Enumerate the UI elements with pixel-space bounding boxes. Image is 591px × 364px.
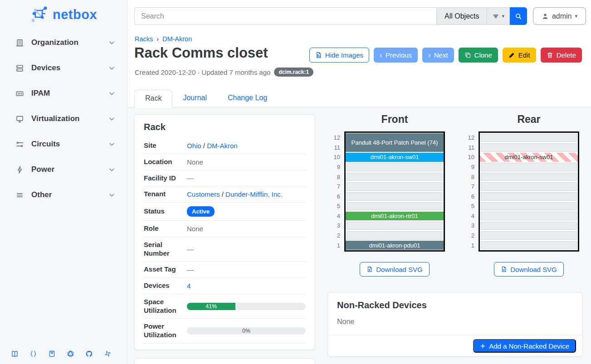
rack-slot-u4[interactable] [481,212,577,220]
rack-slot-u11[interactable] [481,143,577,152]
link-dunder-mifflin-inc[interactable]: Dunder-Mifflin, Inc. [225,190,283,198]
rack-slot-u3[interactable] [347,222,443,230]
rack-slot-u2[interactable] [347,231,443,240]
rack-info-rows: SiteOhio / DM-AkronLocationNoneFacility … [144,138,306,344]
info-label: Facility ID [144,174,187,183]
footer-slack-link[interactable] [104,350,112,358]
rear-download-svg-button[interactable]: Download SVG [494,262,564,277]
rack-slot-u1[interactable] [481,241,577,250]
add-non-racked-device-button[interactable]: Add a Non-Racked Device [473,339,576,353]
rack-device-panduit-48-port-patch-panel-74[interactable]: Panduit 48-Port Patch Panel (74) [346,133,444,152]
previous-button[interactable]: ‹ Previous [374,48,418,63]
info-label: Tenant [144,190,187,199]
sidebar-item-devices[interactable]: Devices [0,55,127,81]
hide-images-button[interactable]: Hide Images [309,48,369,63]
value-text: None [187,225,203,233]
server-icon [15,64,24,73]
footer-code-braces-link[interactable] [29,350,37,358]
user-menu[interactable]: admin ▾ [533,7,586,25]
global-search: All Objects ▾ [134,7,527,25]
rack-device-dmi01-akron-sw01[interactable]: dmi01-akron-sw01 [480,153,578,162]
rack-slot-u7[interactable] [347,182,443,191]
footer-docs-book-link[interactable] [11,350,19,358]
unit-number: 1 [327,240,340,250]
pencil-icon [508,52,515,58]
tab-rack[interactable]: Rack [134,90,172,108]
rack-info-panel: Rack SiteOhio / DM-AkronLocationNoneFaci… [134,114,315,350]
power-utilization-bar: 0% [187,327,306,335]
created-updated-text: Created 2020-12-20 · Updated 7 months ag… [135,68,270,76]
unit-number: 3 [327,221,340,231]
footer-journal-link[interactable] [48,350,56,358]
unit-number: 2 [327,231,340,241]
rack-slot-u7[interactable] [481,182,577,191]
rear-download-label: Download SVG [510,266,557,273]
rack-slot-u2[interactable] [481,231,577,240]
rack-device-dmi01-akron-rtr01[interactable]: dmi01-akron-rtr01 [346,212,444,221]
rack-slot-u9[interactable] [481,163,577,171]
info-label: Role [144,224,187,233]
search-scope-button[interactable]: All Objects [436,7,487,25]
sidebar-item-circuits[interactable]: Circuits [0,131,127,157]
sidebar-item-organization[interactable]: Organization [0,30,127,55]
chevron-down-icon [108,141,116,148]
rack-slot-u8[interactable] [347,173,443,181]
info-row-role: RoleNone [144,221,306,237]
devices-count-link[interactable]: 4 [187,282,190,290]
rack-slot-u12[interactable] [481,134,577,142]
counter-icon [15,89,24,98]
rack-slot-u5[interactable] [347,202,443,211]
sidebar-item-label: Power [31,165,54,174]
rack-slot-u6[interactable] [347,192,443,201]
breadcrumb-link-racks[interactable]: Racks [135,35,153,43]
link-dm-akron[interactable]: DM-Akron [207,142,238,150]
value-text: — [187,266,194,273]
search-filter-button[interactable]: ▾ [487,7,510,25]
trash-icon [547,52,553,58]
rack-slot-u8[interactable] [481,173,577,181]
rack-slot-u3[interactable] [481,222,577,230]
rear-rack-elevation: dmi01-akron-sw01 [479,131,579,252]
sidebar-item-power[interactable]: Power [0,157,127,182]
unit-number: 4 [462,211,474,221]
object-id-badge[interactable]: dcim.rack:1 [274,68,313,77]
rear-unit-numbers: 121110987654321 [462,133,474,250]
rack-slot-u9[interactable] [347,163,443,171]
unit-number: 5 [327,201,340,211]
filter-icon [492,13,499,20]
unit-number: 8 [327,172,340,182]
clone-button[interactable]: Clone [459,48,498,63]
sidebar-item-virtualization[interactable]: Virtualization [0,106,127,131]
chevron-down-icon [108,90,116,97]
rack-slot-u5[interactable] [481,202,577,211]
search-submit-button[interactable] [510,7,527,25]
footer-graphql-link[interactable] [67,350,74,358]
sidebar-item-ipam[interactable]: IPAM [0,81,127,106]
sidebar-item-label: Virtualization [31,114,79,123]
rack-device-dmi01-akron-pdu01[interactable]: dmi01-akron-pdu01 [346,241,444,250]
tab-journal[interactable]: Journal [172,90,217,108]
info-label: Location [144,158,187,166]
search-input[interactable] [134,7,436,25]
edit-button[interactable]: Edit [503,48,536,63]
rack-slot-u6[interactable] [481,192,577,201]
rack-device-dmi01-akron-sw01[interactable]: dmi01-akron-sw01 [346,153,444,162]
docs-book-icon [11,350,19,358]
next-button[interactable]: › Next [422,48,454,63]
footer-github-link[interactable] [85,350,93,358]
link-customers[interactable]: Customers [187,190,220,198]
rack-panel-title: Rack [144,122,306,132]
netbox-logo[interactable]: netbox [0,3,127,26]
building-icon [15,39,24,47]
breadcrumb-link-dm-akron[interactable]: DM-Akron [162,35,192,43]
unit-number: 9 [462,162,474,172]
delete-button[interactable]: Delete [541,48,582,63]
front-unit-numbers: 121110987654321 [327,133,340,250]
link-ohio[interactable]: Ohio [187,142,201,150]
sidebar-item-other[interactable]: Other [0,182,127,208]
breadcrumb: Racks›DM-Akron [135,35,192,43]
tab-change-log[interactable]: Change Log [217,90,278,108]
lightning-icon [15,165,24,174]
netbox-logo-text: netbox [53,7,97,22]
front-download-svg-button[interactable]: Download SVG [360,262,430,277]
